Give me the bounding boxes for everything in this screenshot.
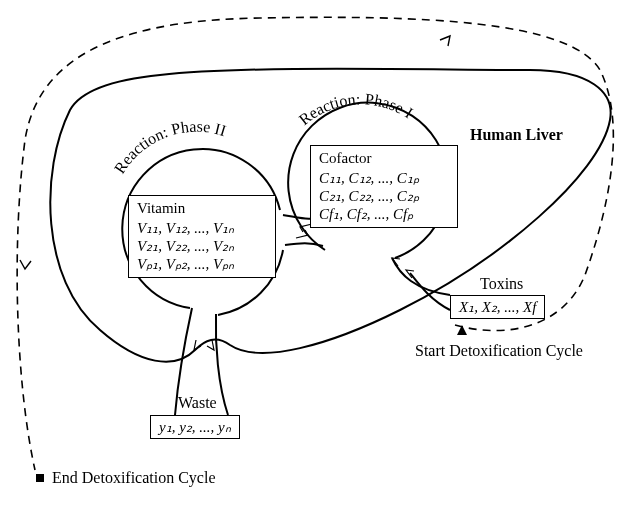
- vitamin-title: Vitamin: [137, 200, 267, 217]
- cofactor-row: C₂₁, C₂₂, ..., C₂ₚ: [319, 187, 449, 205]
- toxins-title: Toxins: [480, 276, 523, 293]
- phase1-label: Reaction: Phase I: [295, 90, 415, 128]
- cofactor-box: Cofactor C₁₁, C₁₂, ..., C₁ₚ C₂₁, C₂₂, ..…: [310, 145, 458, 228]
- waste-row: y₁, y₂, ..., yₙ: [159, 419, 231, 435]
- cofactor-row: Cf₁, Cf₂, ..., Cfₚ: [319, 205, 449, 223]
- svg-text:Reaction: Phase II: Reaction: Phase II: [111, 118, 228, 177]
- vitamin-box: Vitamin V₁₁, V₁₂, ..., V₁ₙ V₂₁, V₂₂, ...…: [128, 195, 276, 278]
- end-marker-icon: [36, 474, 44, 482]
- start-label: Start Detoxification Cycle: [415, 343, 583, 360]
- svg-text:Reaction: Phase I: Reaction: Phase I: [295, 90, 415, 128]
- vitamin-row: Vₚ₁, Vₚ₂, ..., Vₚₙ: [137, 255, 267, 273]
- vitamin-row: V₂₁, V₂₂, ..., V₂ₙ: [137, 237, 267, 255]
- title-label: Human Liver: [470, 127, 563, 144]
- phase2-label: Reaction: Phase II: [111, 118, 228, 177]
- start-marker-icon: [457, 325, 467, 335]
- toxins-box: X₁, X₂, ..., Xf: [450, 295, 545, 319]
- cofactor-title: Cofactor: [319, 150, 449, 167]
- vitamin-row: V₁₁, V₁₂, ..., V₁ₙ: [137, 219, 267, 237]
- waste-title: Waste: [178, 395, 217, 412]
- end-label: End Detoxification Cycle: [52, 470, 216, 487]
- toxins-row: X₁, X₂, ..., Xf: [459, 299, 536, 315]
- cofactor-row: C₁₁, C₁₂, ..., C₁ₚ: [319, 169, 449, 187]
- waste-box: y₁, y₂, ..., yₙ: [150, 415, 240, 439]
